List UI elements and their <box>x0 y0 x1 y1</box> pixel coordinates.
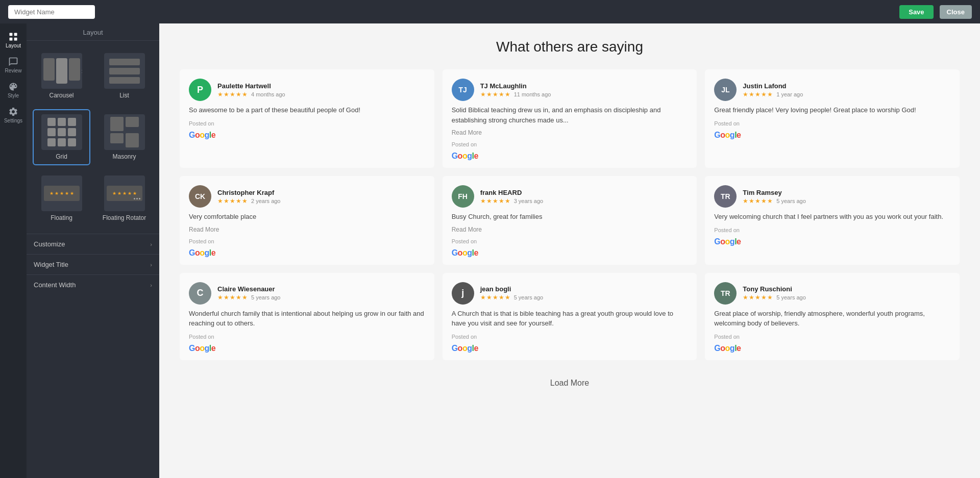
review-text: Very welcoming church that I feel partne… <box>714 212 950 222</box>
grid-label: Grid <box>56 153 67 160</box>
list-label: List <box>119 92 129 99</box>
widget-title-label: Widget Title <box>34 261 68 268</box>
icon-bar: Layout Review Style Settings <box>0 23 27 478</box>
layout-option-floating-rotator[interactable]: ★ ★ ★ ★ ★ Floating Rotator <box>95 170 153 227</box>
star-rating: ★★★★★ <box>217 91 248 98</box>
reviewer-info: Tim Ramsey ★★★★★ 5 years ago <box>743 189 950 205</box>
review-text: Busy Church, great for families <box>452 212 688 222</box>
star-rating: ★★★★★ <box>217 197 248 205</box>
carousel-cards <box>43 58 80 84</box>
avatar: j <box>452 282 474 305</box>
content-width-label: Content Width <box>34 281 76 289</box>
review-time: 3 years ago <box>514 198 543 204</box>
review-text: Very comfortable place <box>189 212 425 222</box>
fr-star-2: ★ <box>117 191 121 196</box>
floating-star-5: ★ <box>70 191 74 196</box>
avatar: TR <box>714 282 737 305</box>
content-width-section-header[interactable]: Content Width › <box>27 275 159 295</box>
star-rating: ★★★★★ <box>480 294 511 301</box>
review-card: JL Justin Lafond ★★★★★ 1 year ago Great … <box>705 69 960 168</box>
fr-star-1: ★ <box>112 191 116 196</box>
posted-on-label: Posted on <box>452 238 688 244</box>
review-card: C Claire Wiesenauer ★★★★★ 5 years ago Wo… <box>180 273 434 360</box>
customize-section: Customize › <box>27 234 159 254</box>
carousel-label: Carousel <box>49 92 74 99</box>
reviewer-name: Tony Ruschioni <box>743 285 950 293</box>
fr-star-4: ★ <box>128 191 132 196</box>
grid-cell-7 <box>47 138 56 146</box>
reviewer-info: TJ McLaughlin ★★★★★ 11 months ago <box>480 82 688 98</box>
review-text: Solid Biblical teaching drew us in, and … <box>452 105 688 125</box>
layout-option-floating[interactable]: ★ ★ ★ ★ ★ Floating <box>33 170 90 227</box>
reviewer-header: TR Tony Ruschioni ★★★★★ 5 years ago <box>714 282 950 305</box>
load-more-button[interactable]: Load More <box>180 368 960 398</box>
read-more-link[interactable]: Read More <box>452 129 688 136</box>
floating-icon-box: ★ ★ ★ ★ ★ <box>41 175 82 211</box>
avatar: TR <box>714 185 737 208</box>
google-logo: Google <box>714 131 950 140</box>
list-icon <box>109 59 140 84</box>
layout-option-list[interactable]: List <box>95 48 153 104</box>
review-card: j jean bogli ★★★★★ 5 years ago A Church … <box>443 273 697 360</box>
review-card: TR Tony Ruschioni ★★★★★ 5 years ago Grea… <box>705 273 960 360</box>
layout-option-grid[interactable]: Grid <box>33 109 90 165</box>
google-logo: Google <box>189 248 425 258</box>
reviewer-header: C Claire Wiesenauer ★★★★★ 5 years ago <box>189 282 425 305</box>
avatar: JL <box>714 79 737 101</box>
svg-rect-1 <box>14 33 17 36</box>
widget-name-input[interactable] <box>8 5 95 19</box>
customize-section-header[interactable]: Customize › <box>27 234 159 254</box>
sidebar-item-settings[interactable]: Settings <box>0 103 27 125</box>
reviewer-header: JL Justin Lafond ★★★★★ 1 year ago <box>714 79 950 101</box>
svg-rect-3 <box>14 38 17 41</box>
masonry-icon <box>110 117 139 147</box>
svg-rect-2 <box>10 38 13 41</box>
review-time: 1 year ago <box>776 91 803 97</box>
floating-rotator-label: Floating Rotator <box>103 214 146 221</box>
widget-title-section-header[interactable]: Widget Title › <box>27 255 159 274</box>
reviewer-info: Claire Wiesenauer ★★★★★ 5 years ago <box>217 285 425 301</box>
save-button[interactable]: Save <box>899 5 933 19</box>
reviewer-header: P Paulette Hartwell ★★★★★ 4 months ago <box>189 79 425 101</box>
read-more-link[interactable]: Read More <box>189 226 425 233</box>
masonry-cell-4 <box>126 133 139 147</box>
reviewer-info: Justin Lafond ★★★★★ 1 year ago <box>743 82 950 98</box>
posted-on-label: Posted on <box>714 120 950 127</box>
fr-dots <box>134 198 140 199</box>
customize-chevron: › <box>150 241 152 247</box>
floating-star-3: ★ <box>60 191 64 196</box>
posted-on-label: Posted on <box>714 227 950 233</box>
floating-label: Floating <box>51 214 72 221</box>
grid-icon <box>47 118 76 146</box>
star-rating: ★★★★★ <box>480 197 511 205</box>
sidebar-item-review[interactable]: Review <box>0 53 27 76</box>
posted-on-label: Posted on <box>189 120 425 127</box>
reviewer-name: jean bogli <box>480 285 688 293</box>
layout-option-carousel[interactable]: ‹ › Carousel <box>33 48 90 104</box>
posted-on-label: Posted on <box>189 334 425 340</box>
read-more-link[interactable]: Read More <box>452 226 688 233</box>
fr-dot-3 <box>139 198 140 199</box>
carousel-card-left <box>43 58 55 81</box>
reviewer-info: Christopher Krapf ★★★★★ 2 years ago <box>217 189 425 205</box>
sidebar-item-style[interactable]: Style <box>0 78 27 100</box>
list-row-1 <box>109 59 140 65</box>
content-title: What others are saying <box>180 39 960 55</box>
reviews-grid: P Paulette Hartwell ★★★★★ 4 months ago S… <box>180 69 960 360</box>
carousel-right-arrow: › <box>82 67 82 75</box>
layout-option-masonry[interactable]: Masonry <box>95 109 153 165</box>
sidebar-item-style-label: Style <box>8 93 19 98</box>
review-card: P Paulette Hartwell ★★★★★ 4 months ago S… <box>180 69 434 168</box>
reviewer-header: TJ TJ McLaughlin ★★★★★ 11 months ago <box>452 79 688 101</box>
floating-star-1: ★ <box>50 191 54 196</box>
customize-label: Customize <box>34 240 65 248</box>
reviewer-header: j jean bogli ★★★★★ 5 years ago <box>452 282 688 305</box>
review-card: TJ TJ McLaughlin ★★★★★ 11 months ago Sol… <box>443 69 697 168</box>
avatar: CK <box>189 185 211 208</box>
review-time: 4 months ago <box>251 91 285 97</box>
sidebar-item-layout[interactable]: Layout <box>0 28 27 51</box>
review-text: Great friendly place! Very loving people… <box>714 105 950 115</box>
avatar: TJ <box>452 79 474 101</box>
fr-star-5: ★ <box>133 191 137 196</box>
close-button[interactable]: Close <box>940 5 972 19</box>
